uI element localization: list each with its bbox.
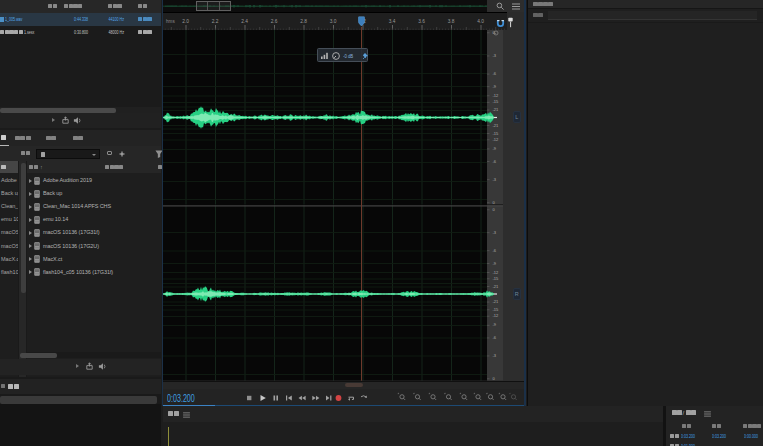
svg-text:4.0: 4.0 [477,19,484,24]
svg-text:2.6: 2.6 [271,19,278,24]
svg-text:2.8: 2.8 [300,19,307,24]
svg-text:3.4: 3.4 [389,19,396,24]
svg-text:hms: hms [166,19,175,24]
svg-text:3.6: 3.6 [418,19,425,24]
svg-text:2.2: 2.2 [212,19,219,24]
svg-text:2.4: 2.4 [241,19,248,24]
svg-text:3.8: 3.8 [448,19,455,24]
svg-text:3.0: 3.0 [330,19,337,24]
svg-text:2.0: 2.0 [182,19,189,24]
